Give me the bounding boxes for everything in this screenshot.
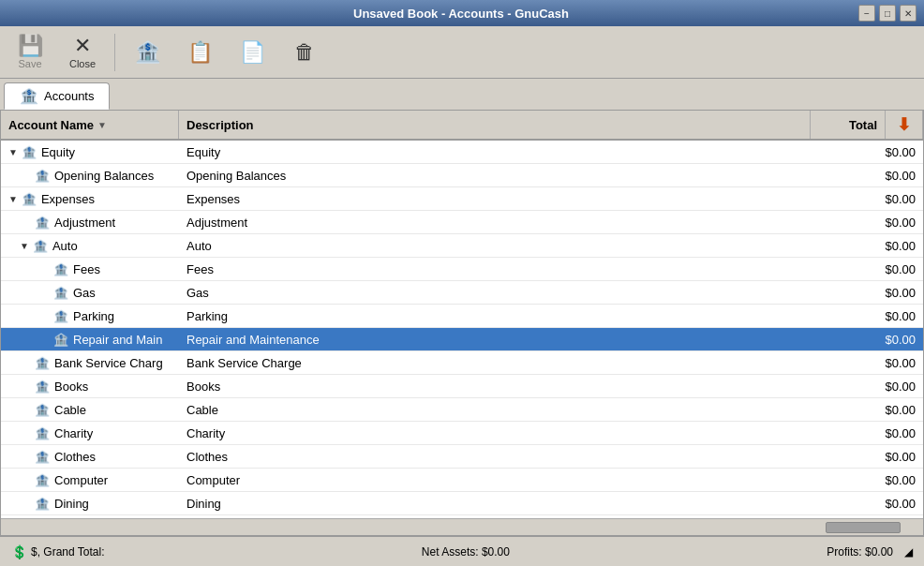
cell-description: Cable: [179, 401, 848, 419]
maximize-button[interactable]: □: [879, 5, 896, 22]
collapse-icon[interactable]: ▼: [8, 194, 18, 204]
cell-description: Gas: [179, 284, 848, 302]
account-icon: 🏦: [53, 286, 68, 300]
close-label: Close: [69, 58, 96, 69]
table-row[interactable]: 🏦Repair and MainRepair and Maintenance$0…: [1, 328, 923, 351]
cell-description: Opening Balances: [179, 167, 848, 185]
main-content: Account Name ▼ Description Total ⬇ ▼🏦Equ…: [0, 110, 924, 536]
header-total[interactable]: Total: [811, 111, 886, 139]
account-icon: 🏦: [35, 497, 50, 511]
cell-account-name: 🏦Books: [1, 378, 179, 395]
cell-description: Clothes: [179, 448, 848, 466]
account-name-text: Books: [54, 380, 88, 394]
account-name-text: Computer: [54, 473, 108, 487]
cell-account-name: ▼🏦Auto: [1, 237, 179, 255]
cell-description: Parking: [179, 307, 848, 325]
hscroll-thumb[interactable]: [826, 522, 901, 533]
tab-accounts[interactable]: 🏦 Accounts: [4, 82, 110, 110]
account-icon: 🏦: [53, 309, 68, 323]
cell-account-name: ▼🏦Expenses: [1, 190, 179, 208]
close-icon: ✕: [74, 36, 91, 56]
toolbar-separator: [114, 34, 115, 71]
new-account-button[interactable]: 📄: [230, 39, 275, 66]
save-button[interactable]: 💾 Save: [7, 33, 52, 72]
table-row[interactable]: 🏦BooksBooks$0.00: [1, 375, 923, 398]
table-row[interactable]: 🏦AdjustmentAdjustment$0.00: [1, 211, 923, 234]
account-name-text: Clothes: [54, 450, 96, 464]
grand-total-label: $, Grand Total:: [31, 545, 105, 559]
cell-account-name: 🏦Gas: [1, 284, 179, 302]
table-row[interactable]: ▼🏦ExpensesExpenses$0.00: [1, 187, 923, 211]
horizontal-scrollbar[interactable]: [1, 518, 923, 535]
profits-value: Profits: $0.00: [827, 545, 893, 559]
cell-account-name: 🏦Charity: [1, 424, 179, 442]
table-row[interactable]: 🏦FeesFees$0.00: [1, 258, 923, 281]
table-row[interactable]: 🏦DiningDining$0.00: [1, 492, 923, 515]
cell-description: Expenses: [179, 190, 848, 208]
account-name-text: Opening Balances: [54, 169, 154, 183]
table-row[interactable]: 🏦ParkingParking$0.00: [1, 305, 923, 328]
cell-total: $0.00: [848, 284, 923, 302]
account-name-text: Dining: [54, 497, 89, 511]
cell-account-name: 🏦Repair and Main: [1, 331, 179, 349]
cell-description: Bank Service Charge: [179, 354, 848, 372]
cell-account-name: 🏦Adjustment: [1, 214, 179, 231]
cell-total: $0.00: [848, 237, 923, 255]
table-row[interactable]: ▼🏦AutoAuto$0.00: [1, 234, 923, 258]
collapse-icon[interactable]: ▼: [20, 241, 29, 251]
sort-indicator: ▼: [97, 120, 107, 130]
cell-description: Dining: [179, 495, 848, 513]
account-name-text: Cable: [54, 403, 86, 417]
account-icon: 🏦: [35, 169, 50, 183]
save-label: Save: [18, 58, 41, 69]
account-name-text: Parking: [73, 309, 114, 323]
cell-account-name: 🏦Fees: [1, 261, 179, 278]
open-account-button[interactable]: 🏦: [125, 39, 170, 66]
table-row[interactable]: 🏦ComputerComputer$0.00: [1, 469, 923, 492]
account-name-text: Charity: [54, 426, 93, 440]
edit-account-button[interactable]: 📋: [177, 39, 222, 66]
account-icon: 🏦: [35, 450, 50, 464]
close-tab-button[interactable]: ✕ Close: [60, 33, 105, 72]
cell-total: $0.00: [848, 354, 923, 372]
table-row[interactable]: 🏦Opening BalancesOpening Balances$0.00: [1, 164, 923, 187]
tab-bar: 🏦 Accounts: [0, 79, 924, 110]
cell-total: $0.00: [848, 167, 923, 185]
cell-description: Books: [179, 378, 848, 395]
cell-account-name: 🏦Computer: [1, 471, 179, 489]
table-row[interactable]: 🏦ClothesClothes$0.00: [1, 445, 923, 469]
edit-account-icon: 📋: [187, 42, 213, 63]
header-sort[interactable]: ⬇: [886, 111, 923, 139]
cell-description: Repair and Maintenance: [179, 331, 848, 349]
tab-accounts-icon: 🏦: [20, 87, 38, 105]
cell-account-name: 🏦Parking: [1, 307, 179, 325]
save-icon: 💾: [18, 36, 43, 56]
cell-account-name: 🏦Cable: [1, 401, 179, 419]
header-account-name[interactable]: Account Name ▼: [1, 111, 179, 139]
status-bar: 💲 $, Grand Total: Net Assets: $0.00 Prof…: [0, 536, 924, 566]
table-body[interactable]: ▼🏦EquityEquity$0.00🏦Opening BalancesOpen…: [1, 141, 923, 518]
account-name-text: Equity: [41, 145, 75, 159]
sort-down-icon: ⬇: [897, 114, 911, 135]
collapse-icon[interactable]: ▼: [8, 147, 18, 157]
account-icon: 🏦: [35, 216, 50, 230]
delete-account-button[interactable]: 🗑: [282, 39, 327, 66]
grand-total-section: 💲 $, Grand Total:: [11, 544, 105, 559]
cell-total: $0.00: [848, 378, 923, 395]
table-row[interactable]: 🏦Bank Service ChargBank Service Charge$0…: [1, 351, 923, 375]
table-row[interactable]: 🏦CableCable$0.00: [1, 398, 923, 422]
minimize-button[interactable]: −: [858, 5, 875, 22]
header-description[interactable]: Description: [179, 111, 811, 139]
account-icon: 🏦: [22, 145, 37, 159]
account-name-text: Expenses: [41, 192, 95, 206]
close-button[interactable]: ✕: [900, 5, 917, 22]
cell-total: $0.00: [848, 261, 923, 278]
table-row[interactable]: 🏦CharityCharity$0.00: [1, 422, 923, 445]
account-icon: 🏦: [35, 403, 50, 417]
cell-total: $0.00: [848, 214, 923, 231]
title-bar: Unsaved Book - Accounts - GnuCash − □ ✕: [0, 0, 924, 26]
account-icon: 🏦: [53, 262, 68, 276]
table-row[interactable]: ▼🏦EquityEquity$0.00: [1, 141, 923, 164]
account-icon: 🏦: [33, 239, 48, 253]
table-row[interactable]: 🏦GasGas$0.00: [1, 281, 923, 305]
